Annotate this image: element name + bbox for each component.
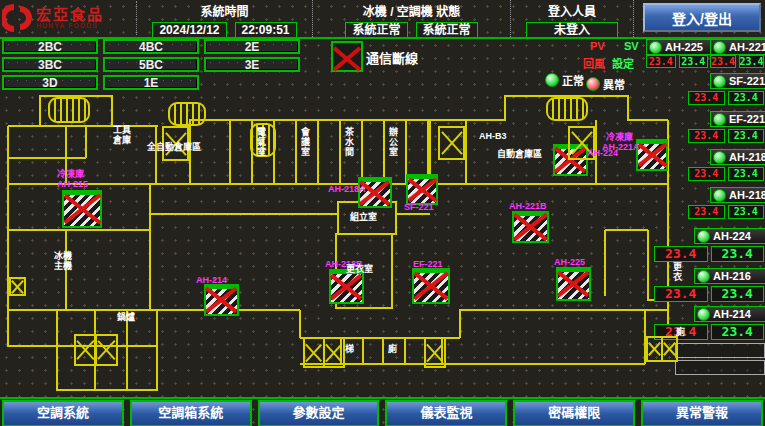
plan-label: 工具	[113, 125, 131, 135]
equipment-fault-icon[interactable]	[406, 174, 438, 205]
floor-button-3d[interactable]: 3D	[2, 75, 98, 90]
plan-label: 會議室	[300, 127, 310, 157]
comm-error-label: 通信斷線	[366, 48, 418, 67]
plan-label: 冷凍庫	[606, 132, 633, 142]
nav-button[interactable]: 空調箱系統	[130, 400, 252, 426]
unit-status-lamp-icon	[713, 189, 726, 202]
floor-button-4bc[interactable]: 4BC	[103, 39, 199, 54]
brand-name: 宏亞食品	[36, 7, 104, 22]
login-title: 登入人員	[511, 2, 633, 19]
plan-label: 冰機	[54, 251, 72, 261]
unit-name: AH-225	[665, 41, 703, 53]
plan-label: AH-218A	[328, 184, 366, 194]
unit-name: AH-216	[713, 270, 751, 282]
plan-label: AH-225	[554, 257, 585, 267]
plan-label: 電氣室	[256, 127, 266, 157]
unit-label-ah-216[interactable]: AH-216	[694, 268, 765, 284]
login-status: 未登入	[526, 22, 618, 38]
ahu-status: 系統正常	[416, 22, 478, 38]
nav-button[interactable]: 儀表監視	[385, 400, 507, 426]
plan-label: AH-221B	[509, 201, 547, 211]
unit-status-lamp-icon	[713, 75, 726, 88]
floor-button-3bc[interactable]: 3BC	[2, 57, 98, 72]
unit-pv-value: 23.4	[710, 55, 736, 68]
unit-sv-value: 23.4	[711, 246, 765, 262]
legend-pv-desc: 回風	[583, 55, 605, 71]
system-time-value: 22:09:51	[235, 22, 297, 38]
unit-status-lamp-icon	[713, 113, 726, 126]
shaft-hatch-cell	[440, 128, 463, 158]
plan-label: 倉庫	[113, 135, 131, 145]
unit-sv-value: 23.4	[728, 205, 765, 219]
equipment-fault-icon[interactable]	[412, 268, 450, 304]
unit-sv-value: 23.4	[711, 286, 765, 302]
shaft-hatch-cell	[305, 339, 323, 366]
shaft-hatch-cell	[76, 336, 95, 364]
unit-label-ah-218a[interactable]: AH-218A	[710, 149, 765, 165]
floor-button-1e[interactable]: 1E	[103, 75, 199, 90]
equipment-fault-icon[interactable]	[556, 267, 591, 301]
equipment-fault-icon[interactable]	[204, 284, 239, 316]
unit-values-sf-221: 23.423.4	[688, 91, 764, 105]
nav-button[interactable]: 異常警報	[641, 400, 763, 426]
plan-label: AH-214	[196, 275, 227, 285]
shaft-hatch-icon	[424, 337, 446, 368]
unit-name: AH-224	[713, 230, 751, 242]
legend-abnormal: 異常	[586, 76, 625, 92]
login-logout-button[interactable]: 登入/登出	[643, 3, 761, 32]
plan-label: 全自動倉庫區	[147, 142, 201, 152]
nav-button[interactable]: 空調系統	[2, 400, 124, 426]
plan-label: SF-221	[404, 202, 434, 212]
unit-pv-value: 23.4	[646, 55, 676, 68]
equipment-fault-icon[interactable]	[512, 211, 549, 243]
unit-label-ah-214[interactable]: AH-214	[694, 306, 765, 322]
nav-button[interactable]: 密碼權限	[513, 400, 635, 426]
equipment-fault-icon[interactable]	[636, 139, 668, 171]
plan-label: 組立室	[350, 212, 377, 222]
unit-sv-value: 23.4	[728, 167, 765, 181]
unit-label-sf-221[interactable]: SF-221	[710, 73, 765, 89]
chiller-status: 系統正常	[345, 22, 407, 38]
stairs-icon	[48, 97, 90, 123]
unit-pv-value: 23.4	[688, 205, 725, 219]
unit-status-lamp-icon	[697, 308, 710, 321]
floor-button-5bc[interactable]: 5BC	[103, 57, 199, 72]
unit-label-ah-225[interactable]: AH-225	[646, 39, 712, 55]
unit-label-ah-218b[interactable]: AH-218B	[710, 187, 765, 203]
stairs-icon	[546, 97, 588, 121]
plan-label: 辦公室	[388, 127, 398, 157]
unit-pv-value: 23.4	[654, 286, 708, 302]
comm-error-icon	[331, 41, 363, 72]
legend-pv: PV	[590, 40, 605, 52]
footer-divider	[0, 397, 765, 399]
plan-label: AH-215	[57, 179, 88, 189]
unit-values-ah-218b: 23.423.4	[688, 205, 764, 219]
machine-status-title: 冰機 / 空調機 狀態	[313, 2, 510, 19]
unit-name: SF-221	[729, 75, 765, 87]
plan-label: AH-221A	[602, 142, 640, 152]
floor-button-2e[interactable]: 2E	[204, 39, 300, 54]
equipment-fault-icon[interactable]	[329, 269, 364, 304]
shaft-hatch-icon	[303, 337, 345, 368]
unit-name: AH-214	[713, 308, 751, 320]
stairs-icon	[168, 102, 206, 126]
unit-values-ah-218a: 23.423.4	[688, 167, 764, 181]
unit-pv-value: 23.4	[688, 91, 725, 105]
abnormal-lamp-icon	[586, 77, 600, 91]
legend-sv-desc: 設定	[612, 55, 634, 71]
plan-label: 更衣	[672, 262, 682, 282]
nav-button[interactable]: 參數設定	[258, 400, 380, 426]
unit-label-ah-224[interactable]: AH-224	[694, 228, 765, 244]
unit-pv-value: 23.4	[688, 167, 725, 181]
floor-button-2bc[interactable]: 2BC	[2, 39, 98, 54]
shaft-hatch-cell	[95, 336, 116, 364]
unit-label-ah-221a[interactable]: AH-221A	[710, 39, 765, 55]
unit-status-lamp-icon	[649, 41, 662, 54]
unit-label-ef-221[interactable]: EF-221	[710, 111, 765, 127]
plan-label: 廁	[388, 344, 397, 354]
equipment-fault-icon[interactable]	[62, 190, 102, 228]
legend-sv: SV	[624, 40, 639, 52]
plan-label: 廁	[676, 327, 685, 337]
floor-button-3e[interactable]: 3E	[204, 57, 300, 72]
hmi-screen: 宏亞食品 HUNYA FOODS 系統時間 2024/12/12 22:09:5…	[0, 0, 765, 426]
